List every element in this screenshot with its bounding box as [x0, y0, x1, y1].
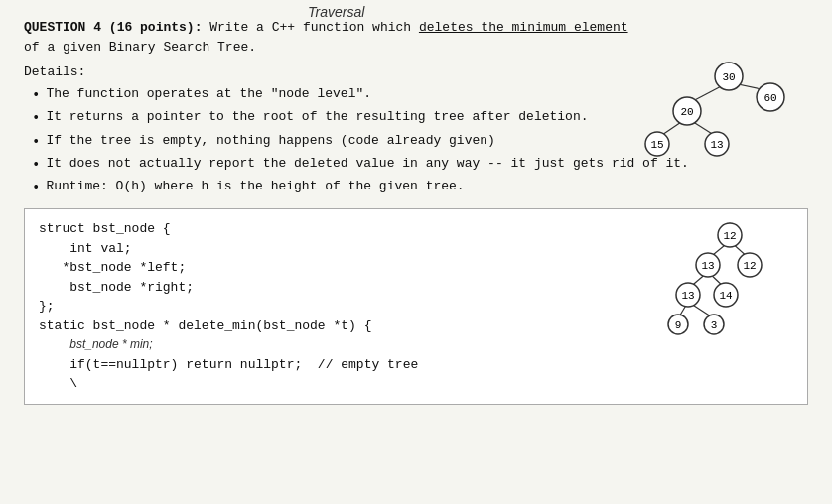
details-section: Details: The function operates at the "n… [24, 64, 808, 200]
question-text2: of a given Binary Search Tree. [24, 40, 256, 55]
svg-text:13: 13 [710, 139, 723, 151]
handwritten-code-line: bst_node * min; [69, 337, 152, 351]
svg-text:14: 14 [719, 290, 733, 302]
tree-diagram-top: 30 20 60 15 13 [629, 55, 788, 164]
svg-text:12: 12 [723, 230, 736, 242]
tree-diagram-bottom: + 12 13 12 13 14 9 [658, 217, 787, 346]
svg-text:9: 9 [675, 319, 682, 331]
question-number: QUESTION 4 [24, 20, 101, 35]
svg-text:3: 3 [711, 319, 718, 331]
svg-text:13: 13 [701, 260, 714, 272]
svg-text:13: 13 [681, 290, 694, 302]
page: Traversal QUESTION 4 (16 points): Write … [0, 0, 832, 417]
question-points: (16 points): [109, 20, 203, 35]
handwritten-title: Traversal [308, 4, 364, 20]
svg-text:30: 30 [722, 71, 735, 83]
question-header: QUESTION 4 (16 points): Write a C++ func… [24, 18, 808, 57]
bullet-item-5: Runtime: O(h) where h is the height of t… [32, 178, 808, 197]
tree-svg-bottom: + 12 13 12 13 14 9 [658, 217, 787, 346]
question-text1: Write a C++ function which [209, 20, 411, 35]
svg-text:60: 60 [763, 92, 776, 104]
svg-text:12: 12 [743, 260, 756, 272]
svg-text:20: 20 [680, 106, 693, 118]
question-underlined: deletes the minimum element [419, 20, 628, 35]
tree-svg-top: 30 20 60 15 13 [629, 55, 788, 164]
svg-text:15: 15 [650, 139, 663, 151]
code-section: struct bst_node { int val; *bst_node *le… [24, 208, 808, 405]
